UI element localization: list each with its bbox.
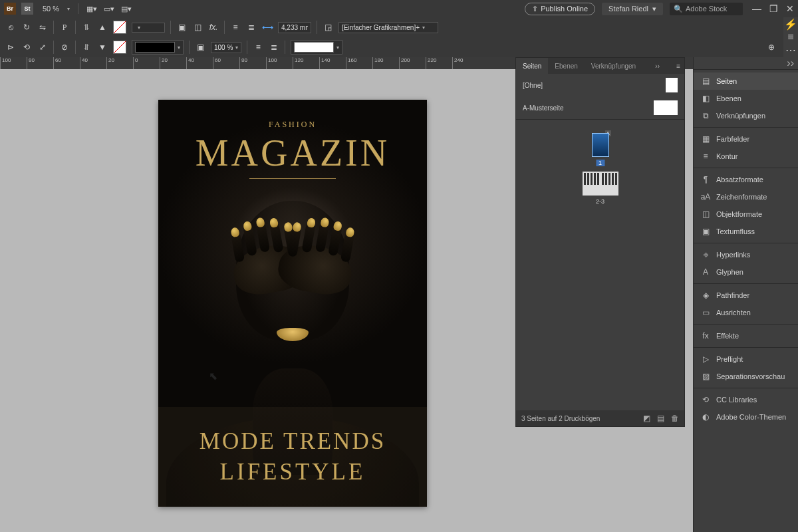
spread-thumb-2-3[interactable] <box>583 172 618 196</box>
more-icon[interactable]: ⋯ <box>785 44 796 57</box>
opts1-icon[interactable]: ⊕ <box>766 42 777 53</box>
master-a-row[interactable]: A-Musterseite <box>516 96 684 119</box>
fill-dropdown[interactable]: ▾ <box>132 23 165 33</box>
align-top-icon[interactable]: ≡ <box>253 42 263 53</box>
dock-item-cc-libraries[interactable]: ⟲CC Libraries <box>694 391 798 408</box>
opacity-dropdown[interactable]: 100 %▾ <box>211 42 241 53</box>
fx-icon[interactable]: fx. <box>208 22 219 33</box>
corner-icon[interactable]: ◲ <box>323 22 333 33</box>
arrange-icon[interactable]: ▤▾ <box>121 5 132 13</box>
dock-item-label: Objektformate <box>716 210 762 218</box>
menu-icon[interactable]: ≡ <box>787 31 793 43</box>
dock-item-textumfluss[interactable]: ▣Textumfluss <box>694 223 798 240</box>
fill-swatch[interactable] <box>113 21 126 34</box>
spread-area[interactable]: A 1 2-3 <box>516 120 684 372</box>
tab-ebenen[interactable]: Ebenen <box>548 58 584 74</box>
cursor-icon: ⬉ <box>209 370 217 382</box>
dock-item-seiten[interactable]: ▤Seiten <box>694 72 798 90</box>
clear-icon[interactable]: ⊘ <box>59 42 70 53</box>
arrow-v-icon[interactable]: ⥯ <box>81 42 92 53</box>
view-options-icon[interactable]: ▦▾ <box>86 5 97 13</box>
dock-item-ebenen[interactable]: ◧Ebenen <box>694 90 798 107</box>
edit-page-size-icon[interactable]: ◩ <box>643 414 650 423</box>
wrap-icon[interactable]: ⟷ <box>262 22 273 33</box>
cover-sub1: MODE TRENDS <box>200 428 386 455</box>
zoom-level[interactable]: 50 % <box>43 5 59 13</box>
stock-search[interactable]: 🔍 Adobe Stock <box>670 3 743 15</box>
stroke-color-dropdown[interactable]: ▾ <box>132 40 184 55</box>
ruler-tick: 100 <box>0 57 27 69</box>
dock-item-farbfelder[interactable]: ▦Farbfelder <box>694 130 798 148</box>
fit-frame-icon[interactable]: ▣ <box>176 22 187 33</box>
new-page-icon[interactable]: ▤ <box>657 414 664 423</box>
stroke-swatch[interactable] <box>113 41 126 54</box>
object-styles-icon: ◫ <box>700 209 711 219</box>
glyphs-icon: A <box>700 267 711 277</box>
chevron-down-icon[interactable]: ▾ <box>67 6 70 12</box>
bridge-badge[interactable]: Br <box>4 3 16 15</box>
panel-menu-icon[interactable]: ≡ <box>672 63 684 70</box>
master-none-row[interactable]: [Ohne] <box>516 74 684 96</box>
dock-item-kontur[interactable]: ≡Kontur <box>694 148 798 165</box>
snap-icon[interactable]: ⊳ <box>5 42 16 53</box>
dock-item-separationsvorschau[interactable]: ▨Separationsvorschau <box>694 368 798 385</box>
dock-group: ⎆HyperlinksAGlyphen <box>694 243 798 283</box>
rotate2-icon[interactable]: ⟲ <box>21 42 32 53</box>
publish-online-button[interactable]: ⇧ Publish Online <box>525 3 595 15</box>
page-1-label: 1 <box>596 160 604 166</box>
dock-item-glyphen[interactable]: AGlyphen <box>694 263 798 281</box>
user-menu[interactable]: Stefan Riedl ▾ <box>602 3 663 15</box>
panel-tabbar: Seiten Ebenen Verknüpfungen ›› ≡ <box>516 58 684 74</box>
dock-item-objektformate[interactable]: ◫Objektformate <box>694 205 798 223</box>
align-left-icon[interactable]: ≡ <box>230 22 241 33</box>
close-button[interactable]: ✕ <box>786 3 794 14</box>
dock-item-zeichenformate[interactable]: aAZeichenformate <box>694 188 798 205</box>
align-mid-icon[interactable]: ≣ <box>269 42 279 53</box>
dock-item-ausrichten[interactable]: ▭Ausrichten <box>694 304 798 321</box>
minimize-button[interactable]: ― <box>752 3 761 14</box>
p-icon[interactable]: P <box>59 22 70 33</box>
search-icon: 🔍 <box>674 5 683 13</box>
ruler-tick: 40 <box>186 57 213 69</box>
bolt-icon[interactable]: ⚡ <box>784 18 797 31</box>
chain-icon[interactable]: ⎋ <box>5 22 16 33</box>
page-thumb-1[interactable] <box>592 133 609 157</box>
align-center-icon[interactable]: ≣ <box>246 22 257 33</box>
dock-item-verkn-pfungen[interactable]: ⧉Verknüpfungen <box>694 107 798 124</box>
flip-v-icon[interactable]: ⥮ <box>81 22 92 33</box>
dock-item-adobe-color-themen[interactable]: ◐Adobe Color-Themen <box>694 408 798 426</box>
separator <box>78 3 78 14</box>
mirror-icon[interactable]: ▲ <box>97 22 108 33</box>
trash-icon[interactable]: 🗑 <box>671 414 679 423</box>
fit-content-icon[interactable]: ◫ <box>192 22 203 33</box>
measure-input[interactable] <box>278 22 311 33</box>
canvas-area[interactable]: FASHION MAGAZIN MODE TRENDS LIFESTYLE ⬉ <box>0 69 515 532</box>
cover-footer-band: MODE TRENDS LIFESTYLE <box>158 407 427 507</box>
cover-sub2: LIFESTYLE <box>220 459 366 485</box>
screen-mode-icon[interactable]: ▭▾ <box>104 5 114 13</box>
restore-button[interactable]: ❐ <box>769 3 778 14</box>
dock-item-pathfinder[interactable]: ◈Pathfinder <box>694 287 798 304</box>
gradient-dropdown[interactable]: ▾ <box>291 40 342 55</box>
frame-style-dropdown[interactable]: [Einfacher Grafikrahmen]+▾ <box>338 22 438 33</box>
dock-item-effekte[interactable]: fxEffekte <box>694 327 798 344</box>
dock-item-preflight[interactable]: ▷Preflight <box>694 350 798 368</box>
dock-group: fxEffekte <box>694 324 798 347</box>
rotate-icon[interactable]: ↻ <box>21 22 32 33</box>
stroke-icon: ≡ <box>700 151 711 162</box>
tab-links[interactable]: Verknüpfungen <box>585 58 642 74</box>
tab-seiten[interactable]: Seiten <box>516 58 548 74</box>
dock-item-label: Preflight <box>716 355 743 363</box>
center-content-icon[interactable]: ▣ <box>195 42 205 53</box>
dock-item-hyperlinks[interactable]: ⎆Hyperlinks <box>694 246 798 263</box>
layers-icon: ◧ <box>700 93 711 104</box>
title-rule <box>249 178 336 179</box>
dock-item-absatzformate[interactable]: ¶Absatzformate <box>694 171 798 188</box>
stock-badge[interactable]: St <box>21 3 33 15</box>
document-page[interactable]: FASHION MAGAZIN MODE TRENDS LIFESTYLE <box>158 100 427 507</box>
flip-h-icon[interactable]: ⇋ <box>37 22 48 33</box>
shear-icon[interactable]: ⤢ <box>37 42 48 53</box>
dock-collapse-icon[interactable]: ›› <box>787 57 794 69</box>
panel-collapse-icon[interactable]: ›› <box>651 63 664 70</box>
drop-icon[interactable]: ▼ <box>97 42 108 53</box>
